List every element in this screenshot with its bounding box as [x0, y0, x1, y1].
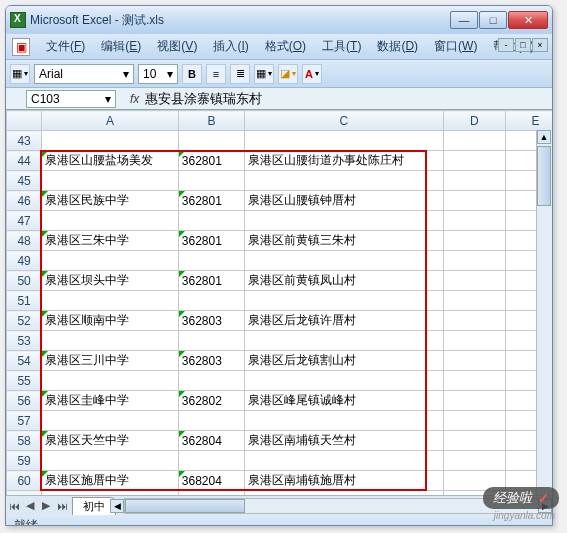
- cell[interactable]: [443, 391, 505, 411]
- cell[interactable]: [443, 311, 505, 331]
- cell[interactable]: [245, 131, 444, 151]
- cell[interactable]: [245, 371, 444, 391]
- row-header[interactable]: 50: [7, 271, 42, 291]
- toolbar-style-2[interactable]: ≣: [230, 64, 250, 84]
- menu-view[interactable]: 视图(V): [149, 36, 205, 57]
- row-header[interactable]: 58: [7, 431, 42, 451]
- minimize-button[interactable]: —: [450, 11, 478, 29]
- cell[interactable]: 362804: [178, 431, 244, 451]
- title-bar[interactable]: Microsoft Excel - 测试.xls — □ ✕: [6, 6, 552, 34]
- cell[interactable]: [245, 251, 444, 271]
- fill-color-button[interactable]: ◪: [278, 64, 298, 84]
- font-size-combo[interactable]: 10▾: [138, 64, 178, 84]
- cell[interactable]: [443, 231, 505, 251]
- cell[interactable]: [178, 371, 244, 391]
- cell[interactable]: [245, 171, 444, 191]
- menu-window[interactable]: 窗口(W): [426, 36, 485, 57]
- cell[interactable]: [178, 171, 244, 191]
- cell[interactable]: 泉港区民族中学: [42, 191, 179, 211]
- document-icon[interactable]: [12, 38, 30, 56]
- cell[interactable]: [178, 491, 244, 496]
- tab-nav-next[interactable]: ▶: [38, 498, 54, 514]
- bold-button[interactable]: B: [182, 64, 202, 84]
- cell[interactable]: 362801: [178, 151, 244, 171]
- col-header-B[interactable]: B: [178, 111, 244, 131]
- row-header[interactable]: 47: [7, 211, 42, 231]
- cell[interactable]: [443, 171, 505, 191]
- doc-restore-button[interactable]: □: [515, 38, 531, 52]
- font-color-button[interactable]: A: [302, 64, 322, 84]
- cell[interactable]: [178, 291, 244, 311]
- cell[interactable]: [178, 451, 244, 471]
- cell[interactable]: [42, 371, 179, 391]
- col-header-E[interactable]: E: [505, 111, 552, 131]
- row-header[interactable]: 54: [7, 351, 42, 371]
- menu-data[interactable]: 数据(D): [369, 36, 426, 57]
- cell[interactable]: 362801: [178, 191, 244, 211]
- font-name-combo[interactable]: Arial▾: [34, 64, 134, 84]
- row-header[interactable]: 43: [7, 131, 42, 151]
- row-header[interactable]: 48: [7, 231, 42, 251]
- menu-file[interactable]: 文件(F): [38, 36, 93, 57]
- vscroll-thumb[interactable]: [537, 146, 551, 206]
- row-header[interactable]: 53: [7, 331, 42, 351]
- maximize-button[interactable]: □: [479, 11, 507, 29]
- cell[interactable]: [42, 131, 179, 151]
- row-header[interactable]: 52: [7, 311, 42, 331]
- row-header[interactable]: 45: [7, 171, 42, 191]
- name-box[interactable]: C103▾: [26, 90, 116, 108]
- cell[interactable]: [178, 411, 244, 431]
- cell[interactable]: [245, 491, 444, 496]
- cell[interactable]: 362803: [178, 311, 244, 331]
- cell[interactable]: [443, 271, 505, 291]
- cell[interactable]: 泉港区施厝中学: [42, 471, 179, 491]
- cell[interactable]: 泉港区山腰街道办事处陈庄村: [245, 151, 444, 171]
- cell[interactable]: 泉港区前黄镇三朱村: [245, 231, 444, 251]
- select-all-corner[interactable]: [7, 111, 42, 131]
- cell[interactable]: [178, 211, 244, 231]
- cell[interactable]: 368204: [178, 471, 244, 491]
- border-button[interactable]: ▦: [254, 64, 274, 84]
- cell[interactable]: [443, 211, 505, 231]
- menu-edit[interactable]: 编辑(E): [93, 36, 149, 57]
- row-header[interactable]: 51: [7, 291, 42, 311]
- cell[interactable]: [42, 171, 179, 191]
- cell[interactable]: [42, 291, 179, 311]
- cell[interactable]: [443, 291, 505, 311]
- row-header[interactable]: 57: [7, 411, 42, 431]
- cell[interactable]: 泉港区山腰镇钟厝村: [245, 191, 444, 211]
- col-header-A[interactable]: A: [42, 111, 179, 131]
- scroll-left-button[interactable]: ◀: [110, 499, 124, 513]
- row-header[interactable]: 49: [7, 251, 42, 271]
- hscroll-thumb[interactable]: [125, 499, 245, 513]
- cell[interactable]: 泉港区三朱中学: [42, 231, 179, 251]
- col-header-D[interactable]: D: [443, 111, 505, 131]
- formula-value[interactable]: 惠安县涂寨镇瑞东村: [145, 90, 262, 108]
- menu-tools[interactable]: 工具(T): [314, 36, 369, 57]
- cell[interactable]: 泉港区前黄镇凤山村: [245, 271, 444, 291]
- row-header[interactable]: 44: [7, 151, 42, 171]
- cell[interactable]: 362802: [178, 391, 244, 411]
- cell[interactable]: [443, 331, 505, 351]
- cell[interactable]: 泉港区天竺中学: [42, 431, 179, 451]
- cell[interactable]: 362801: [178, 231, 244, 251]
- cell[interactable]: 泉港区顺南中学: [42, 311, 179, 331]
- cell[interactable]: [443, 131, 505, 151]
- close-button[interactable]: ✕: [508, 11, 548, 29]
- cell[interactable]: 泉港区山腰盐场美发: [42, 151, 179, 171]
- cell[interactable]: 泉港区南埔镇天竺村: [245, 431, 444, 451]
- cell[interactable]: [245, 291, 444, 311]
- row-header[interactable]: 55: [7, 371, 42, 391]
- worksheet-grid[interactable]: A B C D E 4344泉港区山腰盐场美发362801泉港区山腰街道办事处陈…: [6, 110, 552, 495]
- col-header-C[interactable]: C: [245, 111, 444, 131]
- cell[interactable]: [178, 251, 244, 271]
- cell[interactable]: [443, 371, 505, 391]
- tab-nav-first[interactable]: ⏮: [6, 498, 22, 514]
- cell[interactable]: [443, 411, 505, 431]
- cell[interactable]: [443, 431, 505, 451]
- cell[interactable]: 泉港区后龙镇割山村: [245, 351, 444, 371]
- cell[interactable]: [443, 151, 505, 171]
- cell[interactable]: 泉港区南埔镇施厝村: [245, 471, 444, 491]
- cell[interactable]: [245, 211, 444, 231]
- cell[interactable]: [443, 451, 505, 471]
